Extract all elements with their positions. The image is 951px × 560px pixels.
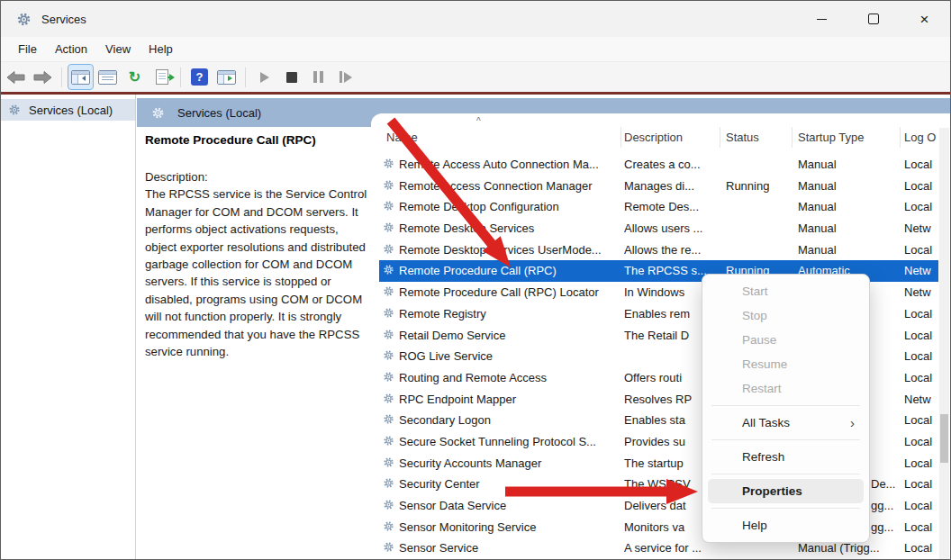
- cell-log-on-as: Netw: [904, 264, 946, 277]
- cell-description: Manages di...: [624, 179, 720, 193]
- menu-item-start[interactable]: Start: [702, 279, 869, 303]
- table-row[interactable]: Remote Access Connection Manager Manages…: [371, 176, 950, 197]
- cell-name: Sensor Service: [399, 541, 621, 555]
- cell-name: Secure Socket Tunneling Protocol S...: [399, 435, 621, 448]
- services-window: Services × File Action View Help ↻: [0, 0, 951, 560]
- toolbar: ↻ ?: [1, 61, 950, 92]
- cell-log-on-as: Local: [904, 477, 946, 491]
- restart-service-button[interactable]: [333, 65, 358, 89]
- service-gear-icon: [383, 329, 394, 340]
- menu-item-pause[interactable]: Pause: [702, 328, 869, 352]
- cell-name: ROG Live Service: [399, 349, 621, 363]
- forward-icon: [33, 70, 52, 85]
- cell-log-on-as: Local: [904, 158, 946, 171]
- show-console-tree-icon: [71, 70, 90, 85]
- pause-service-icon: [313, 71, 323, 83]
- description-label: Description:: [145, 168, 372, 185]
- service-gear-icon: [383, 371, 394, 383]
- cell-log-on-as: Local: [904, 200, 946, 213]
- menu-item-label: Start: [742, 285, 768, 298]
- menu-item-label: Properties: [742, 484, 802, 498]
- menu-item-all-tasks[interactable]: All Tasks ›: [702, 411, 869, 435]
- cell-startup-type: Manual: [798, 158, 901, 171]
- column-divider[interactable]: [900, 127, 901, 148]
- cell-description: A service for ...: [624, 541, 720, 555]
- cell-name: Secondary Logon: [399, 413, 621, 427]
- cell-log-on-as: Local: [904, 520, 946, 534]
- cell-name: Sensor Data Service: [399, 499, 621, 512]
- table-row[interactable]: Remote Desktop Services Allows users ...…: [371, 218, 950, 239]
- band-title: Services (Local): [177, 106, 261, 120]
- menu-item-properties[interactable]: Properties: [708, 479, 864, 503]
- service-gear-icon: [383, 435, 394, 447]
- show-console-tree-button[interactable]: [68, 65, 93, 89]
- refresh-button[interactable]: ↻: [122, 65, 147, 89]
- menu-action[interactable]: Action: [46, 42, 96, 56]
- start-service-icon: [260, 72, 269, 83]
- toolbar-separator: [245, 68, 246, 87]
- menu-item-label: Stop: [742, 309, 767, 322]
- column-divider[interactable]: [620, 127, 621, 148]
- cell-description: Creates a co...: [624, 158, 720, 171]
- menu-item-restart[interactable]: Restart: [702, 376, 869, 401]
- table-row[interactable]: Remote Desktop Configuration Remote Des.…: [371, 196, 950, 218]
- service-gear-icon: [383, 349, 394, 361]
- cell-name: Security Accounts Manager: [399, 456, 621, 470]
- cell-log-on-as: Local: [904, 243, 946, 257]
- column-divider[interactable]: [720, 127, 720, 148]
- show-action-pane-button[interactable]: [214, 65, 239, 89]
- service-gear-icon: [383, 243, 394, 255]
- close-button[interactable]: ×: [899, 1, 950, 37]
- tree-item-label: Services (Local): [29, 104, 113, 117]
- cell-name: Remote Desktop Services UserMode...: [399, 243, 621, 257]
- help-button[interactable]: ?: [187, 65, 212, 89]
- back-button[interactable]: [4, 65, 28, 89]
- service-detail-pane: Remote Procedure Call (RPC) Description:…: [145, 133, 372, 360]
- stop-service-button[interactable]: [279, 65, 303, 89]
- table-row[interactable]: Remote Access Auto Connection Ma... Crea…: [371, 154, 950, 176]
- refresh-icon: ↻: [129, 70, 140, 85]
- service-gear-icon: [383, 477, 394, 489]
- tree-item-services-local[interactable]: Services (Local): [1, 99, 135, 121]
- column-header-status[interactable]: Status: [726, 131, 759, 144]
- menu-help[interactable]: Help: [140, 42, 182, 56]
- cell-description: Allows users ...: [624, 221, 720, 235]
- console-tree-panel: Services (Local): [1, 95, 136, 559]
- column-header-startup-type[interactable]: Startup Type: [798, 131, 864, 144]
- maximize-button[interactable]: [847, 1, 899, 37]
- menu-item-stop[interactable]: Stop: [702, 303, 869, 328]
- menu-item-resume[interactable]: Resume: [702, 352, 869, 376]
- window-title: Services: [41, 13, 86, 26]
- pause-service-button[interactable]: [306, 65, 331, 89]
- minimize-button[interactable]: [796, 1, 847, 37]
- column-header-name[interactable]: Name: [386, 131, 418, 144]
- service-gear-icon: [383, 179, 394, 191]
- properties-window-button[interactable]: [95, 65, 120, 89]
- service-gear-icon: [383, 158, 394, 169]
- cell-log-on-as: Netw: [904, 393, 946, 406]
- export-list-icon: [156, 69, 168, 85]
- export-list-button[interactable]: [149, 65, 174, 89]
- menu-item-label: Help: [742, 519, 767, 532]
- service-gear-icon: [383, 413, 394, 425]
- forward-button[interactable]: [31, 65, 55, 89]
- sort-ascending-icon: ^: [476, 116, 481, 126]
- column-header-log-on[interactable]: Log O: [904, 131, 936, 144]
- menu-file[interactable]: File: [9, 42, 46, 56]
- menu-item-refresh[interactable]: Refresh: [702, 445, 869, 469]
- service-gear-icon: [383, 520, 394, 532]
- vertical-scrollbar[interactable]: [939, 128, 949, 559]
- start-service-button[interactable]: [252, 65, 276, 89]
- menu-item-help[interactable]: Help: [702, 513, 869, 537]
- cell-log-on-as: Local: [904, 371, 946, 384]
- cell-name: Security Center: [399, 477, 621, 491]
- column-header-description[interactable]: Description: [624, 131, 683, 144]
- submenu-chevron-icon: ›: [850, 415, 855, 430]
- menu-item-label: Pause: [742, 333, 776, 347]
- column-divider[interactable]: [792, 127, 792, 148]
- cell-status: Running: [726, 179, 794, 193]
- service-gear-icon: [383, 499, 394, 510]
- service-gear-icon: [383, 200, 394, 212]
- table-row[interactable]: Remote Desktop Services UserMode... Allo…: [371, 239, 950, 261]
- menu-view[interactable]: View: [96, 42, 140, 56]
